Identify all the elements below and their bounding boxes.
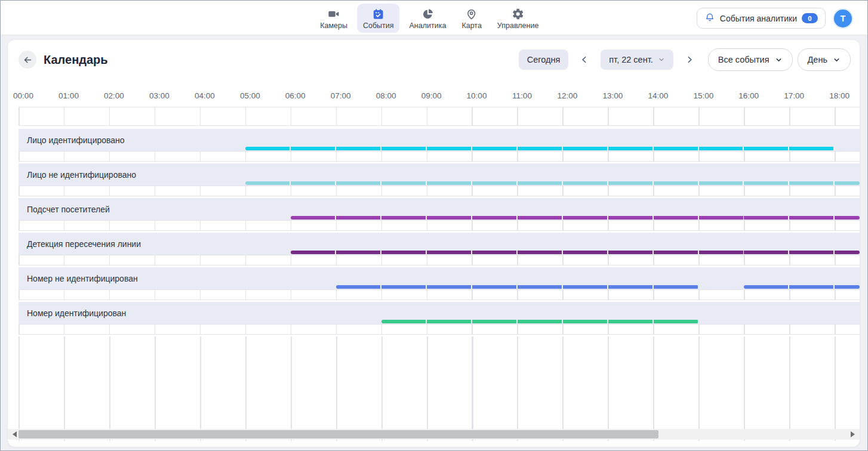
event-bar[interactable] [291, 251, 860, 254]
event-row-label: Лицо не идентифицировано [27, 170, 136, 180]
app-window: Камеры События Аналитика Карта Управлени… [0, 0, 868, 451]
grid-band-bottom [19, 336, 860, 441]
nav-item-label: Управление [497, 21, 539, 30]
event-bar[interactable] [744, 285, 860, 289]
map-pin-icon [465, 7, 478, 20]
top-header: Камеры События Аналитика Карта Управлени… [1, 1, 867, 35]
event-row-label: Номер не идентифицирован [27, 274, 138, 283]
scrollbar-thumb[interactable] [19, 430, 658, 438]
hour-label-00:00: 00:00 [13, 91, 33, 100]
hour-label-06:00: 06:00 [285, 91, 306, 100]
analytics-events-label: События аналитики [720, 14, 797, 23]
grid-band [19, 151, 860, 162]
grid-band [19, 186, 860, 196]
hour-label-04:00: 04:00 [195, 91, 215, 100]
calendar-panel: Календарь Сегодня пт, 22 сент. Все событ… [8, 40, 860, 447]
grid-band [19, 289, 860, 300]
notification-count-badge: 0 [802, 13, 818, 23]
nav-item-label: Аналитика [410, 21, 447, 30]
event-row-label: Номер идентифицирован [27, 308, 126, 318]
scroll-left-arrow[interactable] [13, 431, 17, 437]
event-bar[interactable] [336, 285, 699, 289]
hour-label-17:00: 17:00 [784, 91, 804, 100]
event-bar[interactable] [381, 320, 699, 323]
hour-label-09:00: 09:00 [421, 91, 442, 100]
nav-item-0[interactable]: Камеры [314, 4, 353, 33]
hour-label-14:00: 14:00 [648, 91, 668, 100]
horizontal-scrollbar[interactable] [8, 429, 860, 440]
hour-label-03:00: 03:00 [149, 91, 170, 100]
hour-label-12:00: 12:00 [557, 91, 577, 100]
event-row-label: Подсчет посетителей [27, 205, 110, 214]
hour-label-11:00: 11:00 [512, 91, 532, 100]
header-right-cluster: События аналитики 0 T [697, 8, 852, 29]
hour-label-13:00: 13:00 [602, 91, 623, 100]
nav-item-label: Карта [461, 21, 481, 30]
hour-label-16:00: 16:00 [738, 91, 759, 100]
analytics-events-button[interactable]: События аналитики 0 [697, 8, 826, 29]
nav-item-2[interactable]: Аналитика [404, 4, 453, 33]
hour-label-10:00: 10:00 [467, 91, 487, 100]
hour-label-05:00: 05:00 [240, 91, 260, 100]
pie-chart-icon [421, 7, 434, 20]
nav-item-label: Камеры [320, 21, 347, 30]
hour-label-08:00: 08:00 [376, 91, 396, 100]
camera-icon [327, 7, 340, 20]
grid-band [19, 255, 860, 265]
event-bar[interactable] [245, 181, 860, 185]
scroll-right-arrow[interactable] [851, 431, 855, 437]
event-bar[interactable] [245, 147, 835, 150]
nav-item-1[interactable]: События [357, 4, 400, 33]
hour-label-18:00: 18:00 [829, 91, 849, 100]
event-row-label: Лицо идентифицировано [27, 135, 125, 145]
timeline-area: 00:0001:0002:0003:0004:0005:0006:0007:00… [8, 40, 860, 447]
hour-label-02:00: 02:00 [104, 91, 124, 100]
nav-item-label: События [363, 21, 394, 30]
grid-band-top [19, 107, 860, 126]
hour-label-15:00: 15:00 [693, 91, 713, 100]
grid-band [19, 324, 860, 335]
nav-item-3[interactable]: Карта [455, 4, 487, 33]
event-row-label: Детекция пересечения линии [27, 239, 141, 249]
hour-label-07:00: 07:00 [331, 91, 351, 100]
bell-icon [704, 12, 715, 25]
nav-item-4[interactable]: Управление [491, 4, 545, 33]
hour-label-01:00: 01:00 [59, 91, 79, 100]
gear-icon [512, 7, 525, 20]
event-bar[interactable] [291, 216, 860, 220]
user-avatar[interactable]: T [834, 10, 852, 27]
calendar-check-icon [372, 7, 385, 20]
main-nav: Камеры События Аналитика Карта Управлени… [314, 4, 544, 33]
grid-band [19, 220, 860, 231]
